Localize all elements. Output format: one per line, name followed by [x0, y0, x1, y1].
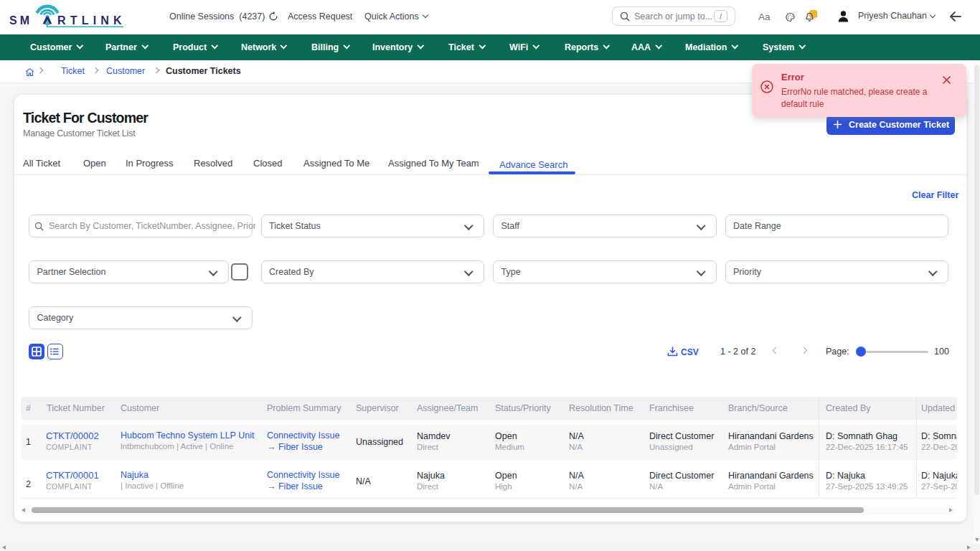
- svg-text:RTLINK: RTLINK: [57, 14, 126, 27]
- svg-text:SM: SM: [9, 14, 32, 27]
